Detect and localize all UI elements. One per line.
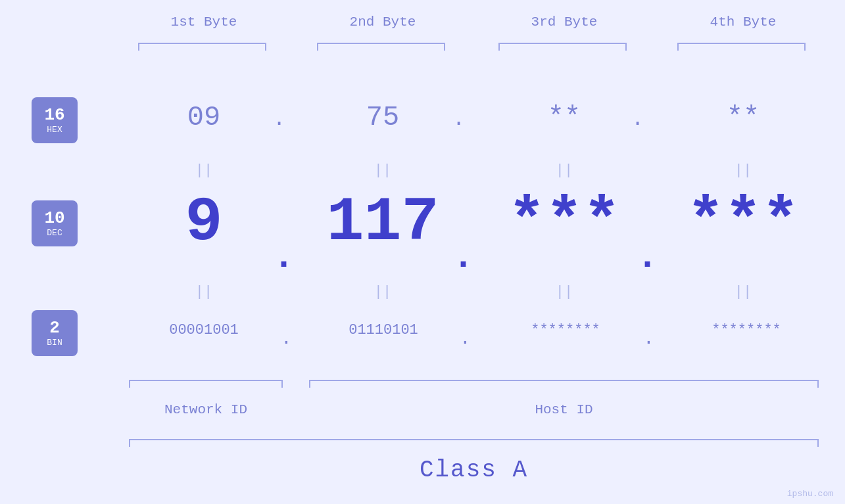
bin-value-2: 01110101 [308,322,459,338]
dec-dot-2: . [452,237,474,278]
top-bracket-4 [677,43,806,44]
hex-value-3: ** [498,102,630,133]
host-bracket [309,380,819,381]
badge-hex-number: 16 [44,106,64,125]
badge-hex: 16 HEX [32,97,78,143]
dec-value-2: 117 [317,187,448,258]
top-bracket-3 [498,43,627,44]
watermark: ipshu.com [787,489,833,499]
bin-dot-3: . [643,329,654,349]
hex-dot-3: . [631,107,644,131]
host-id-label: Host ID [309,402,819,417]
badge-dec: 10 DEC [32,200,78,246]
byte2-label: 2nd Byte [317,14,448,30]
class-label: Class A [129,457,819,484]
byte4-label: 4th Byte [677,14,809,30]
byte3-label: 3rd Byte [498,14,630,30]
dec-dot-1: . [273,237,295,278]
badge-bin-number: 2 [49,319,60,338]
equals-hex-2: || [317,162,448,179]
dec-value-3: *** [498,187,630,258]
hex-value-2: 75 [317,102,448,133]
equals-dec-2: || [317,284,448,300]
badge-dec-number: 10 [44,209,64,228]
badge-bin-label: BIN [47,338,62,348]
badge-hex-label: HEX [47,125,62,135]
dec-value-1: 9 [138,187,270,258]
hex-value-4: ** [677,102,809,133]
hex-dot-2: . [452,107,465,131]
equals-dec-3: || [498,284,630,300]
network-id-label: Network ID [129,402,283,417]
class-bracket [129,439,819,440]
bin-dot-2: . [460,329,471,349]
equals-hex-1: || [138,162,270,179]
equals-hex-4: || [677,162,809,179]
byte1-label: 1st Byte [138,14,270,30]
dec-dot-3: . [637,237,658,278]
hex-dot-1: . [273,107,285,131]
hex-value-1: 09 [138,102,270,133]
bin-value-3: ******** [490,322,641,338]
equals-dec-4: || [677,284,809,300]
badge-dec-label: DEC [47,228,62,238]
bin-value-4: ******** [671,322,822,338]
top-bracket-1 [138,43,266,44]
top-bracket-2 [317,43,445,44]
bin-value-1: 00001001 [128,322,279,338]
network-bracket [129,380,283,381]
equals-hex-3: || [498,162,630,179]
dec-value-4: *** [677,187,809,258]
equals-dec-1: || [138,284,270,300]
badge-bin: 2 BIN [32,310,78,356]
bin-dot-1: . [281,329,292,349]
